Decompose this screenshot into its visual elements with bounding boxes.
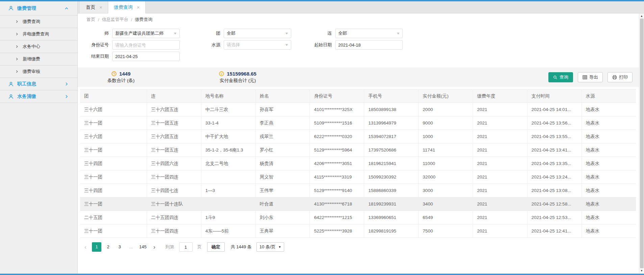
- amount-label: 实付金额合计 (元): [220, 78, 256, 84]
- page-size-select[interactable]: 10 条/页 ▼: [256, 242, 284, 252]
- lian-label: 连: [309, 30, 335, 36]
- table-cell: 地表水: [581, 224, 636, 238]
- table-row[interactable]: 三十六团三十六团五连中干扩大地戎翠兰6222**********03201539…: [80, 130, 636, 143]
- table-cell: 2021-04-25 12:58...: [527, 197, 581, 211]
- table-cell: 18299819195: [364, 224, 419, 238]
- export-button[interactable]: 导出: [578, 72, 603, 82]
- table-cell: 2021-04-25 12:41...: [527, 224, 581, 238]
- breadcrumb-home[interactable]: 首页: [86, 17, 95, 23]
- close-icon[interactable]: ×: [99, 5, 102, 10]
- chevron-right-icon: [15, 32, 19, 36]
- svg-text:¥: ¥: [221, 73, 222, 76]
- table-cell: 13369960651: [364, 211, 419, 224]
- close-icon[interactable]: ×: [137, 5, 140, 10]
- column-header: 身份证号: [310, 89, 364, 103]
- table-cell: [201, 170, 255, 184]
- results-table-wrap: 团连地号名称姓名身份证号手机号实付金额(元)缴费年度支付时间水源 三十六团三十六…: [80, 89, 636, 238]
- table-cell: 罗小红: [255, 143, 310, 157]
- table-row[interactable]: 三十六团三十六团五连中二斗三农孙喜军4101**********325X1850…: [80, 103, 636, 116]
- sidebar-item-new-payment[interactable]: 新增缴费: [0, 53, 77, 65]
- table-cell: 2021: [473, 224, 527, 238]
- scroll-up-icon[interactable]: ▲: [639, 15, 644, 18]
- idcard-label: 身份证号: [86, 42, 112, 48]
- page-button[interactable]: 145: [138, 242, 148, 252]
- table-cell: 2021: [473, 116, 527, 130]
- table-cell: 叶合道: [255, 197, 310, 211]
- table-cell: 二十五团: [80, 211, 147, 224]
- table-cell: 2021: [473, 211, 527, 224]
- table-row[interactable]: 三十一团三十一团四连周义智4115**********3319150992303…: [80, 170, 636, 184]
- lian-select-value: 全部: [338, 30, 347, 36]
- table-cell: 2021: [473, 157, 527, 170]
- tuan-select[interactable]: 全部 ▼: [224, 29, 291, 38]
- table-row[interactable]: 三十四团三十四团七连1—3王伟苹5129**********9140158868…: [80, 184, 636, 197]
- water-source-select[interactable]: 请选择 ▼: [224, 40, 291, 50]
- table-cell: 三十一团: [80, 116, 147, 130]
- prev-page-icon[interactable]: ‹: [81, 244, 90, 251]
- goto-page-input[interactable]: [179, 242, 193, 252]
- sidebar-item-water-clearance[interactable]: 水务清缴: [0, 90, 77, 103]
- table-cell: 4115**********3319: [310, 170, 364, 184]
- scrollbar-thumb[interactable]: [640, 19, 644, 268]
- shi-select[interactable]: 新疆生产建设兵团第二师 ▼: [112, 29, 180, 38]
- person-icon: [8, 5, 14, 11]
- table-cell: 地表水: [581, 116, 636, 130]
- table-cell: 2000: [419, 103, 473, 116]
- end-date-input[interactable]: [115, 54, 177, 59]
- scroll-down-icon[interactable]: ▼: [639, 269, 644, 272]
- query-button[interactable]: 查询: [548, 72, 573, 82]
- confirm-button[interactable]: 确定: [207, 242, 225, 252]
- table-cell: 2021-04-25 13:56...: [527, 116, 581, 130]
- tab-home[interactable]: 首页 ×: [80, 1, 108, 13]
- tab-payment-query[interactable]: 缴费查询 ×: [108, 1, 146, 13]
- table-cell: 5109**********1516: [310, 116, 364, 130]
- table-cell: 2021: [473, 197, 527, 211]
- page-button[interactable]: 1: [92, 242, 101, 252]
- sidebar-item-label: 水务中心: [23, 44, 40, 50]
- table-row[interactable]: 二十五团二十五团四连1斗9刘小东6422**********1215133699…: [80, 211, 636, 224]
- idcard-input[interactable]: [115, 43, 177, 48]
- export-button-label: 导出: [589, 74, 598, 80]
- sidebar-item-payment-management[interactable]: 缴费管理: [0, 1, 77, 16]
- end-date-label: 结束日期: [86, 53, 112, 59]
- table-cell: 三十六团: [80, 130, 147, 143]
- tab-label: 首页: [86, 4, 95, 10]
- table-cell: 35-1-2，35-6南1.3: [201, 143, 255, 157]
- sidebar-item-payment-query[interactable]: 缴费查询: [0, 16, 77, 28]
- next-page-icon[interactable]: ›: [150, 244, 159, 251]
- table-cell: 17397520686: [364, 143, 419, 157]
- table-cell: 地表水: [581, 184, 636, 197]
- filter-form: 师 新疆生产建设兵团第二师 ▼ 团 全部 ▼ 连 全部: [78, 26, 644, 65]
- table-row[interactable]: 三十一团三十一团五连35-1-2，35-6南1.3罗小红5129********…: [80, 143, 636, 157]
- page-button[interactable]: 3: [115, 242, 124, 252]
- start-date-input[interactable]: [338, 43, 400, 48]
- table-cell: 三十一团四连: [147, 224, 201, 238]
- table-cell: 18196215941: [364, 157, 419, 170]
- table-cell: 2021: [473, 170, 527, 184]
- table-cell: 地表水: [581, 130, 636, 143]
- sidebar-item-payment-audit[interactable]: 缴费审核: [0, 65, 77, 78]
- table-cell: 杨贵清: [255, 157, 310, 170]
- table-row[interactable]: 三十一团三十一团十连队叶合道4130**********671818199239…: [80, 197, 636, 211]
- table-row[interactable]: 三十四团三十四团六连北支二号地杨贵清4206**********30511819…: [80, 157, 636, 170]
- table-row[interactable]: 三十一团三十一团四连4东——5前王典翠5225**********3928182…: [80, 224, 636, 238]
- shi-select-value: 新疆生产建设兵团第二师: [115, 30, 164, 36]
- sidebar-item-water-center[interactable]: 水务中心: [0, 40, 77, 53]
- table-cell: 33-1-4: [201, 116, 255, 130]
- table-cell: 孙喜军: [255, 103, 310, 116]
- sidebar-item-well-power-payment-query[interactable]: 井电缴费查询: [0, 28, 77, 40]
- breadcrumb-platform[interactable]: 信息监管平台: [102, 17, 128, 23]
- sidebar: 缴费管理 缴费查询 井电缴费查询 水务中心 新增缴费 缴费审核 职工信息: [0, 1, 78, 275]
- table-cell: 2021-04-25 13:55...: [527, 130, 581, 143]
- chevron-right-icon: [15, 20, 19, 23]
- page-button[interactable]: 2: [103, 242, 113, 252]
- chevron-right-icon: [65, 82, 69, 86]
- lian-select[interactable]: 全部 ▼: [335, 29, 403, 38]
- column-header: 地号名称: [201, 89, 255, 103]
- sidebar-item-staff-info[interactable]: 职工信息: [0, 78, 77, 90]
- chevron-right-icon: [15, 70, 19, 73]
- query-button-label: 查询: [560, 74, 568, 80]
- table-cell: 11000: [419, 157, 473, 170]
- print-button[interactable]: 打印: [608, 72, 633, 82]
- table-row[interactable]: 三十一团三十一团五连33-1-4李正燕5109**********1516131…: [80, 116, 636, 130]
